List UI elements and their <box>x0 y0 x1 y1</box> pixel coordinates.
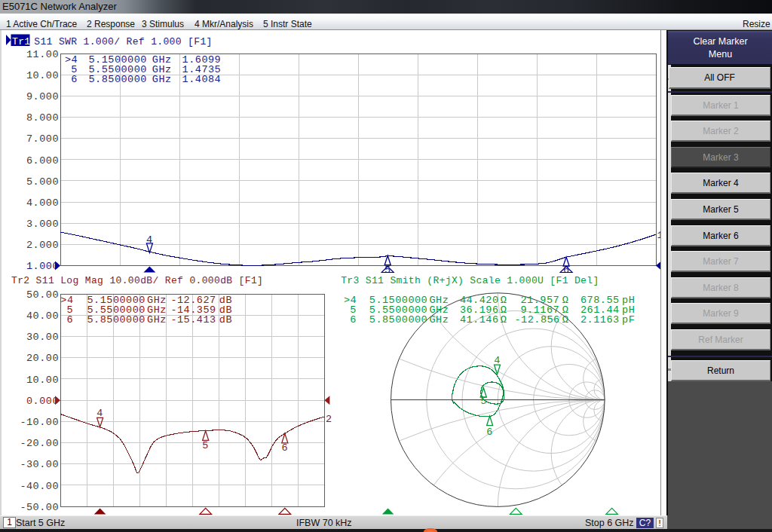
svg-text:1.000: 1.000 <box>26 261 59 272</box>
svg-text:5: 5 <box>202 440 209 451</box>
svg-text:Tr1: Tr1 <box>12 36 30 47</box>
svg-text:4: 4 <box>494 355 501 366</box>
svg-text:S11 SWR 1.000/ Ref 1.000 [F1]: S11 SWR 1.000/ Ref 1.000 [F1] <box>34 36 212 47</box>
svg-text:5.000: 5.000 <box>26 176 59 188</box>
svg-text:5.8500000: 5.8500000 <box>89 74 147 85</box>
svg-text:Ω: Ω <box>501 314 507 326</box>
svg-text:6: 6 <box>281 442 288 454</box>
svg-text:11.00: 11.00 <box>26 49 59 60</box>
svg-text:Tr3 S11 Smith (R+jX) Scale 1.0: Tr3 S11 Smith (R+jX) Scale 1.000U [F1 De… <box>341 275 599 286</box>
svg-text:4: 4 <box>96 408 103 419</box>
svg-text:GHz: GHz <box>147 314 167 326</box>
svg-text:Ω: Ω <box>562 314 569 326</box>
svg-text:4: 4 <box>146 234 153 246</box>
svg-text:20.00: 20.00 <box>26 353 59 364</box>
svg-text:2.1163: 2.1163 <box>581 314 620 326</box>
svg-text:3.000: 3.000 <box>26 219 59 230</box>
svg-text:10.00: 10.00 <box>26 70 59 81</box>
svg-text:40.00: 40.00 <box>26 310 59 322</box>
svg-text:5.8500000: 5.8500000 <box>369 314 427 326</box>
svg-text:-12.856: -12.856 <box>515 314 560 326</box>
svg-text:6: 6 <box>350 314 357 326</box>
svg-text:41.146: 41.146 <box>460 314 499 326</box>
svg-text:-15.413: -15.413 <box>170 314 216 326</box>
svg-text:4.000: 4.000 <box>26 197 59 209</box>
svg-text:-20.00: -20.00 <box>20 438 59 449</box>
svg-text:5.8500000: 5.8500000 <box>87 314 146 326</box>
svg-text:1.4084: 1.4084 <box>182 74 222 85</box>
svg-text:GHz: GHz <box>430 314 449 326</box>
svg-text:Tr2 S11 Log Mag 10.00dB/ Ref 0: Tr2 S11 Log Mag 10.00dB/ Ref 0.000dB [F1… <box>11 275 263 286</box>
svg-text:50.00: 50.00 <box>26 289 59 301</box>
svg-text:9.000: 9.000 <box>26 91 59 102</box>
svg-text:8.000: 8.000 <box>26 112 59 124</box>
svg-text:30.00: 30.00 <box>26 332 59 343</box>
svg-text:2.000: 2.000 <box>26 240 59 251</box>
svg-text:6: 6 <box>67 314 74 326</box>
svg-text:dB: dB <box>219 314 232 326</box>
svg-text:0.000: 0.000 <box>26 396 59 407</box>
svg-text:GHz: GHz <box>152 74 172 85</box>
svg-text:6: 6 <box>486 427 493 438</box>
svg-text:7.000: 7.000 <box>26 133 59 145</box>
svg-text:-40.00: -40.00 <box>20 481 59 492</box>
svg-text:5: 5 <box>480 396 487 407</box>
svg-text:10.00: 10.00 <box>26 375 59 386</box>
svg-text:6: 6 <box>71 74 78 85</box>
svg-text:pF: pF <box>622 314 635 326</box>
svg-text:-10.00: -10.00 <box>20 417 59 428</box>
svg-text:6.000: 6.000 <box>26 155 59 167</box>
svg-text:-50.00: -50.00 <box>20 502 59 513</box>
svg-text:-30.00: -30.00 <box>20 459 59 470</box>
svg-text:2: 2 <box>326 414 332 425</box>
